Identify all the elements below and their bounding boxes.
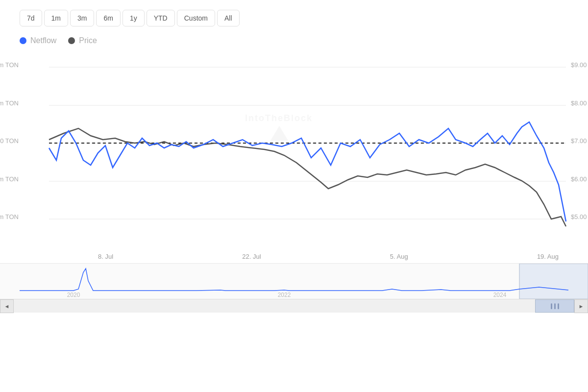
grip-3 (558, 303, 559, 309)
main-chart-area: 123.76m TON 61.88m TON 0 TON -61.88m TON… (0, 52, 588, 258)
svg-marker-17 (270, 126, 288, 141)
filter-all[interactable]: All (217, 10, 240, 26)
svg-text:0 TON: 0 TON (0, 137, 19, 145)
filter-ytd[interactable]: YTD (147, 10, 175, 26)
filter-3m[interactable]: 3m (70, 10, 94, 26)
svg-text:$8.00: $8.00 (571, 99, 587, 107)
right-arrow-icon: ► (579, 303, 584, 309)
svg-rect-19 (519, 264, 588, 299)
x-label-5aug: 5. Aug (390, 253, 408, 260)
chart-legend: Netflow Price (0, 31, 588, 48)
left-arrow-icon: ◄ (4, 303, 10, 309)
netflow-label: Netflow (30, 36, 56, 45)
grip-2 (554, 303, 556, 309)
filter-1y[interactable]: 1y (122, 10, 145, 26)
scroll-right-button[interactable]: ► (574, 299, 588, 313)
svg-text:-123.76m TON: -123.76m TON (0, 213, 19, 220)
x-label-19aug: 19. Aug (537, 253, 559, 260)
svg-text:2020: 2020 (67, 292, 80, 298)
main-container: 7d 1m 3m 6m 1y YTD Custom All Netflow Pr… (0, 0, 588, 392)
svg-text:2024: 2024 (493, 292, 507, 298)
watermark: IntoTheBlock (245, 113, 313, 141)
scroll-track (14, 299, 574, 313)
scroll-left-button[interactable]: ◄ (0, 299, 14, 313)
navigator-area: 2020 2022 2024 ◄ ► (0, 263, 588, 312)
netflow-dot (20, 37, 26, 44)
svg-text:$7.00: $7.00 (571, 137, 587, 145)
price-dot (68, 37, 75, 44)
svg-text:61.88m TON: 61.88m TON (0, 99, 19, 107)
filter-6m[interactable]: 6m (96, 10, 120, 26)
svg-text:IntoTheBlock: IntoTheBlock (245, 113, 313, 123)
chart-svg: 123.76m TON 61.88m TON 0 TON -61.88m TON… (0, 52, 588, 258)
navigator-svg: 2020 2022 2024 (0, 264, 588, 299)
svg-text:$6.00: $6.00 (571, 175, 587, 183)
svg-text:$9.00: $9.00 (571, 61, 587, 69)
svg-text:123.76m TON: 123.76m TON (0, 61, 19, 69)
price-label: Price (79, 36, 97, 45)
filter-1m[interactable]: 1m (44, 10, 68, 26)
legend-price: Price (68, 36, 97, 45)
grip-1 (551, 303, 552, 309)
legend-netflow: Netflow (20, 36, 56, 45)
x-label-8jul: 8. Jul (98, 253, 113, 260)
svg-text:2022: 2022 (278, 292, 291, 298)
x-label-22jul: 22. Jul (242, 253, 261, 260)
scrollbar: ◄ ► (0, 299, 588, 313)
svg-text:$5.00: $5.00 (571, 213, 587, 220)
scroll-handle[interactable] (535, 299, 574, 313)
svg-text:-61.88m TON: -61.88m TON (0, 175, 19, 183)
filter-7d[interactable]: 7d (20, 10, 42, 26)
time-filter-bar: 7d 1m 3m 6m 1y YTD Custom All (0, 0, 588, 31)
filter-custom[interactable]: Custom (177, 10, 215, 26)
